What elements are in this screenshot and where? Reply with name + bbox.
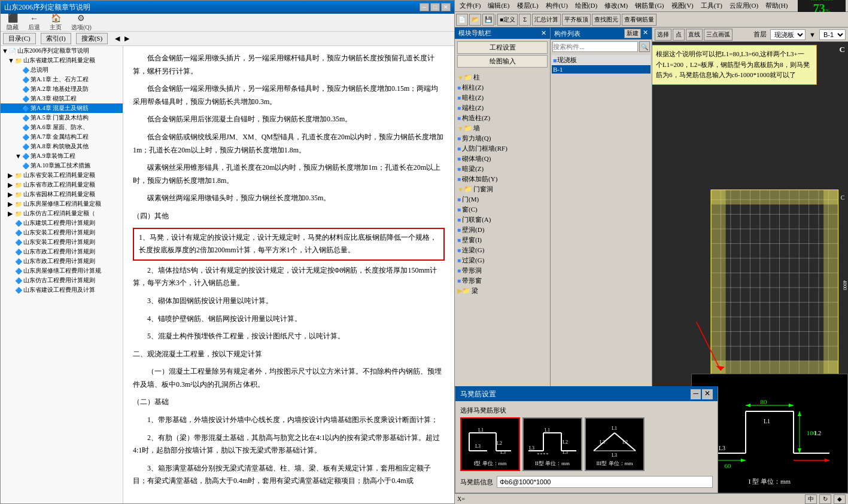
comp-b1[interactable]: B-1 <box>552 65 651 74</box>
menu-edit[interactable]: 编辑(E) <box>485 1 512 11</box>
nav-tree-item-22[interactable]: ▶ 📁 梁 <box>456 286 549 296</box>
sum-calc-btn[interactable]: 汇总计算 <box>532 14 561 26</box>
tree-cost[interactable]: 🔷 山东省建设工程费用及计算 <box>1 285 123 295</box>
nav-tree-item-18[interactable]: ■ 连梁(G) <box>456 245 549 255</box>
tree-chA8[interactable]: 🔷 第A.8章 构筑物及其他 <box>1 142 123 151</box>
close-btn[interactable]: ✕ <box>441 3 451 11</box>
menu-help[interactable]: 帮助(H) <box>763 1 790 11</box>
tab-index[interactable]: 索引(I) <box>41 33 71 44</box>
menu-tools[interactable]: 工具(T) <box>698 1 725 11</box>
tree-shandong-build[interactable]: ▼ 📁 山东省建筑工程消耗量定额 <box>1 56 123 65</box>
tree-chA7[interactable]: 🔷 第A.7章 金属结构工程 <box>1 132 123 142</box>
nav-tree-item-3[interactable]: ■ 暗柱(Z) <box>456 93 549 103</box>
nav-tree-item-9[interactable]: ■ 砌体墙(Q) <box>456 154 549 164</box>
menu-file[interactable]: 文件(F) <box>457 1 483 11</box>
dialog-close-btn[interactable]: ✕ <box>702 389 713 399</box>
tree-root[interactable]: ▼ 📄 山东2006序列定额章节说明 <box>1 46 123 56</box>
status-tool-3[interactable]: ◆ <box>834 494 846 504</box>
tree-shandong-garden[interactable]: ▶ 📁 山东省园林工程消耗量定额 <box>1 190 123 199</box>
tab-toc[interactable]: 目录(C) <box>3 33 36 44</box>
menu-view[interactable]: 视图(V) <box>669 1 696 11</box>
comp-xianjiaobang[interactable]: ■ 现浇板 <box>552 55 651 65</box>
nav-tree-item-17[interactable]: ■ 壁窗(I) <box>456 235 549 245</box>
nav-tree-item-6[interactable]: ▼ 📁 墙 <box>456 123 549 133</box>
nav-tree-item-15[interactable]: ■ 门联窗(A) <box>456 215 549 225</box>
nav-tree-item-5[interactable]: ■ 构造柱(Z) <box>456 113 549 123</box>
nav-tree-item-10[interactable]: ■ 暗梁(Z) <box>456 164 549 174</box>
nav-tree-item-2[interactable]: ■ 框柱(Z) <box>456 83 549 93</box>
back-btn[interactable]: ← 后退 <box>25 13 44 33</box>
find-element-btn[interactable]: 查找图元 <box>592 14 621 26</box>
tree-chA5[interactable]: 🔷 第A.5章 门窗及木结构 <box>1 113 123 123</box>
nav-tree-item-21[interactable]: ■ 带形窗 <box>456 276 549 286</box>
check-steel-btn[interactable]: 查看钢筋量 <box>622 14 656 26</box>
tree-general[interactable]: 🔷 总说明 <box>1 65 123 75</box>
new-component-btn[interactable]: 新建 <box>624 29 641 38</box>
tree-quota1[interactable]: 🔷 山东建筑工程费用计算规则 <box>1 218 123 228</box>
component-search-input[interactable] <box>552 41 638 52</box>
save-btn[interactable]: 💾 <box>482 14 494 26</box>
minimize-btn[interactable]: ─ <box>420 3 429 11</box>
new-btn[interactable]: 📄 <box>456 14 468 26</box>
nav-tree-item-20[interactable]: ■ 带形洞 <box>456 265 549 276</box>
menu-draw[interactable]: 绘图(D) <box>573 1 600 11</box>
open-btn[interactable]: 📂 <box>469 14 481 26</box>
tree-chA9[interactable]: ▼ 🔷 第A.9章装饰工程 <box>1 151 123 161</box>
menu-floor[interactable]: 楼层(L) <box>515 1 541 11</box>
engineering-settings-btn[interactable]: 工程设置 <box>457 41 548 54</box>
options-btn[interactable]: ⚙ 选项(Q) <box>68 12 95 33</box>
search-submit-btn[interactable]: 🔍 <box>639 41 650 52</box>
tree-ancient2[interactable]: 🔷 山东仿古工程费用计算规则 <box>1 276 123 285</box>
tree-shandong-install[interactable]: ▶ 📁 山东省安装工程消耗量定额 <box>1 170 123 180</box>
tree-chA3[interactable]: 🔷 第A.3章 砌筑工程 <box>1 94 123 103</box>
nav-next[interactable]: ▶ <box>124 35 129 42</box>
line-tool-btn[interactable]: 直线 <box>686 29 703 41</box>
nav-tree-item-7[interactable]: ■ 剪力墙(Q) <box>456 133 549 143</box>
tree-chA10[interactable]: 🔷 第A.10章施工技术措施 <box>1 161 123 170</box>
tree-quota5[interactable]: 🔷 山东市政工程费用计算规则 <box>1 256 123 266</box>
shape-I-option[interactable]: L3 L1 L2 L3 I型 单位：mm <box>460 417 520 471</box>
draw-input-btn[interactable]: 绘图输入 <box>457 55 548 68</box>
tree-chA1[interactable]: 🔷 第A.1章 土、石方工程 <box>1 75 123 84</box>
tree-quota2[interactable]: 🔷 山东安装工程费用计算规则 <box>1 228 123 237</box>
layer-dropdown[interactable]: 现浇板 <box>770 29 806 40</box>
tree-chA4[interactable]: 🔷 第A.4章 混凝土及钢筋 <box>1 103 123 113</box>
status-tool-2[interactable]: ↻ <box>819 494 831 504</box>
menu-cloud[interactable]: 云应用(O) <box>727 1 761 11</box>
dialog-minimize-btn[interactable]: ─ <box>691 389 701 399</box>
define-btn[interactable]: ■ 定义 <box>497 14 518 26</box>
tab-search[interactable]: 搜索(S) <box>76 33 108 44</box>
status-tool-1[interactable]: 中 <box>805 494 817 504</box>
nav-tree-item-19[interactable]: ■ 过梁(G) <box>456 255 549 265</box>
nav-tree-item-4[interactable]: ■ 端柱(Z) <box>456 103 549 113</box>
type-dropdown[interactable]: B-1 <box>819 29 846 40</box>
tree-shandong-road[interactable]: ▶ 📁 山东省市政工程消耗量定额 <box>1 180 123 190</box>
menu-modify[interactable]: 修改(M) <box>602 1 630 11</box>
tree-house[interactable]: 🔷 山东房屋修缮工程费用计算规 <box>1 266 123 276</box>
nav-prev[interactable]: ◀ <box>115 35 120 42</box>
madeng-info-input[interactable] <box>497 476 713 488</box>
tree-shandong-repair[interactable]: ▶ 📁 山东房屋修缮工程消耗量定额 <box>1 199 123 209</box>
maximize-btn[interactable]: □ <box>430 3 440 11</box>
select-tool-btn[interactable]: 选择 <box>655 29 671 41</box>
three-point-arc-btn[interactable]: 三点画弧 <box>704 29 732 41</box>
panel-close-icon[interactable]: ✕ <box>541 29 546 37</box>
nav-tree-item-11[interactable]: ■ 砌体加筋(Y) <box>456 174 549 184</box>
point-tool-btn[interactable]: 点 <box>673 29 685 41</box>
nav-tree-item-14[interactable]: ■ 窗(C) <box>456 204 549 215</box>
tree-chA2[interactable]: 🔷 第A.2章 地基处理及防 <box>1 84 123 94</box>
tree-chA6[interactable]: 🔷 第A.6章 屋面、防水、 <box>1 123 123 132</box>
tree-quota3[interactable]: 🔷 山东安装工程费用计算规则 <box>1 237 123 247</box>
nav-tree-item-16[interactable]: ■ 壁洞(D) <box>456 225 549 235</box>
menu-element[interactable]: 构件(U) <box>543 1 570 11</box>
component-list-close-icon[interactable]: ✕ <box>643 29 648 38</box>
nav-tree-item-8[interactable]: ■ 人防门框墙(RF) <box>456 143 549 154</box>
flat-slab-btn[interactable]: 平齐板顶 <box>562 14 591 26</box>
shape-II-option[interactable]: L1 L2 L3 L3 II型 单位：mm <box>522 417 582 471</box>
menu-steel[interactable]: 钢筋量(G) <box>633 1 666 11</box>
nav-tree-item-12[interactable]: ▼ 📁 门窗洞 <box>456 184 549 194</box>
hide-btn[interactable]: ⬛ 隐藏 <box>3 12 22 33</box>
nav-tree-item-1[interactable]: ▼ 📁 柱 <box>456 72 549 83</box>
shape-III-option[interactable]: L1 L3 L2 L3 III型 单位：mm <box>585 417 645 471</box>
tree-quota4[interactable]: 🔷 山东市政工程费用计算规则 <box>1 247 123 256</box>
